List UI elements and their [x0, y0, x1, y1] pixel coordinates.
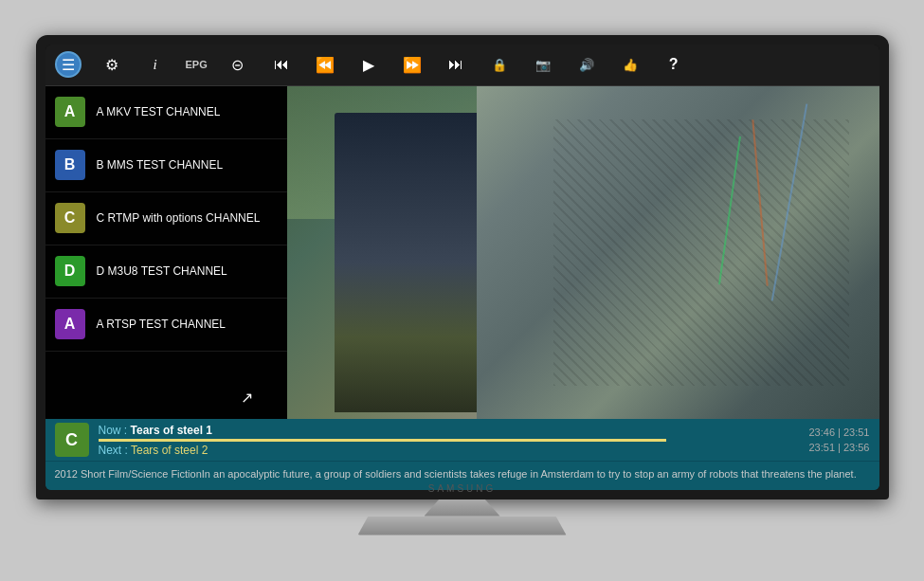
camera-icon[interactable]: 📷 — [530, 51, 556, 78]
rewind-icon[interactable]: ⏪ — [312, 51, 338, 78]
channel-item-2[interactable]: B B MMS TEST CHANNEL — [45, 139, 287, 192]
channel-name-5: A RTSP TEST CHANNEL — [97, 318, 226, 331]
fast-forward-icon[interactable]: ⏩ — [399, 51, 426, 78]
like-icon[interactable]: 👍 — [617, 51, 643, 78]
skip-forward-icon[interactable]: ⏭ — [443, 51, 469, 78]
info-times: 23:46 | 23:51 23:51 | 23:56 — [808, 427, 869, 453]
info-now: Now : Tears of steel 1 — [99, 424, 809, 437]
channel-name-1: A MKV TEST CHANNEL — [97, 105, 221, 118]
cursor-pointer: ↗ — [241, 389, 253, 407]
settings-icon[interactable]: ⚙ — [99, 51, 125, 78]
video-area — [287, 86, 879, 420]
next-time: 23:51 | 23:56 — [808, 442, 869, 453]
next-title: Tears of steel 2 — [131, 444, 208, 457]
channel-list: A A MKV TEST CHANNEL B B MMS TEST CHANNE… — [45, 86, 287, 420]
tv-outer: ☰ ⚙ i EPG ⊝ ⏮ ⏪ ▶ ⏩ ⏭ 🔒 📷 🔊 👍 ? — [36, 35, 889, 547]
channel-name-4: D M3U8 TEST CHANNEL — [97, 264, 227, 278]
channel-item-4[interactable]: D D M3U8 TEST CHANNEL — [45, 245, 287, 299]
channel-name-2: B MMS TEST CHANNEL — [97, 158, 224, 172]
help-icon[interactable]: ? — [661, 51, 687, 78]
info-icon[interactable]: i — [142, 51, 169, 78]
channel-badge-4: D — [55, 256, 85, 286]
channel-item-3[interactable]: C C RTMP with options CHANNEL — [45, 192, 287, 245]
video-background — [287, 86, 879, 420]
channel-badge-2: B — [55, 150, 85, 180]
progress-bar — [99, 439, 667, 442]
info-channel-row: C Now : Tears of steel 1 Next : Tears of… — [45, 419, 879, 462]
next-label: Next : — [99, 444, 131, 457]
main-content: A A MKV TEST CHANNEL B B MMS TEST CHANNE… — [45, 86, 879, 420]
channel-item-5[interactable]: A A RTSP TEST CHANNEL — [45, 299, 287, 352]
channel-badge-3: C — [55, 203, 85, 233]
subtitle-icon[interactable]: ⊝ — [225, 51, 251, 78]
now-time: 23:46 | 23:51 — [808, 427, 869, 438]
lock-icon[interactable]: 🔒 — [486, 51, 513, 78]
samsung-logo: SAMSUNG — [428, 483, 497, 494]
epg-label[interactable]: EPG — [186, 59, 208, 70]
channel-badge-1: A — [55, 97, 85, 127]
skip-back-icon[interactable]: ⏮ — [268, 51, 295, 78]
now-title: Tears of steel 1 — [131, 424, 212, 437]
now-label: Now : — [99, 424, 131, 437]
tv-screen: ☰ ⚙ i EPG ⊝ ⏮ ⏪ ▶ ⏩ ⏭ 🔒 📷 🔊 👍 ? — [45, 45, 879, 490]
toolbar: ☰ ⚙ i EPG ⊝ ⏮ ⏪ ▶ ⏩ ⏭ 🔒 📷 🔊 👍 ? — [45, 45, 879, 86]
info-programs: Now : Tears of steel 1 Next : Tears of s… — [99, 424, 809, 457]
info-next: Next : Tears of steel 2 — [99, 444, 809, 457]
channel-name-3: C RTMP with options CHANNEL — [97, 211, 261, 225]
tv-stand-neck — [425, 499, 500, 517]
tv-bezel: ☰ ⚙ i EPG ⊝ ⏮ ⏪ ▶ ⏩ ⏭ 🔒 📷 🔊 👍 ? — [36, 35, 889, 499]
channel-badge-5: A — [55, 309, 85, 339]
info-badge: C — [55, 423, 89, 457]
play-icon[interactable]: ▶ — [355, 51, 382, 78]
info-bar: C Now : Tears of steel 1 Next : Tears of… — [45, 419, 879, 489]
audio-icon[interactable]: 🔊 — [573, 51, 600, 78]
menu-icon[interactable]: ☰ — [55, 51, 82, 78]
channel-item-1[interactable]: A A MKV TEST CHANNEL — [45, 86, 287, 139]
tv-stand-base — [358, 517, 567, 536]
